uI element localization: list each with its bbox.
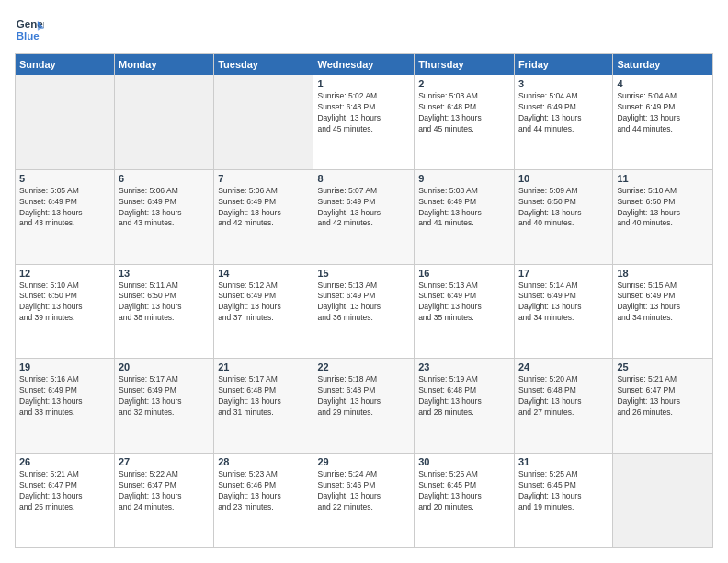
day-header-friday: Friday [514,54,612,75]
week-row-4: 19Sunrise: 5:16 AM Sunset: 6:49 PM Dayli… [16,359,713,454]
day-info: Sunrise: 5:02 AM Sunset: 6:48 PM Dayligh… [317,91,410,135]
day-number: 26 [19,456,110,467]
day-info: Sunrise: 5:10 AM Sunset: 6:50 PM Dayligh… [19,281,110,325]
day-info: Sunrise: 5:11 AM Sunset: 6:50 PM Dayligh… [119,281,210,325]
calendar-cell: 8Sunrise: 5:07 AM Sunset: 6:49 PM Daylig… [313,169,415,264]
calendar-cell: 15Sunrise: 5:13 AM Sunset: 6:49 PM Dayli… [313,264,415,359]
day-info: Sunrise: 5:25 AM Sunset: 6:45 PM Dayligh… [518,469,609,513]
day-header-thursday: Thursday [415,54,515,75]
day-number: 7 [218,173,309,184]
calendar-cell: 30Sunrise: 5:25 AM Sunset: 6:45 PM Dayli… [415,454,515,548]
week-row-3: 12Sunrise: 5:10 AM Sunset: 6:50 PM Dayli… [16,264,713,359]
day-number: 18 [617,268,709,279]
day-number: 22 [317,362,410,373]
calendar-cell: 22Sunrise: 5:18 AM Sunset: 6:48 PM Dayli… [313,359,415,454]
day-header-tuesday: Tuesday [214,54,313,75]
calendar-cell: 16Sunrise: 5:13 AM Sunset: 6:49 PM Dayli… [415,264,515,359]
calendar-cell [613,454,713,548]
day-number: 4 [617,78,709,89]
day-info: Sunrise: 5:04 AM Sunset: 6:49 PM Dayligh… [617,91,709,135]
week-row-2: 5Sunrise: 5:05 AM Sunset: 6:49 PM Daylig… [16,169,713,264]
day-number: 10 [518,173,609,184]
day-number: 17 [518,268,609,279]
day-number: 13 [119,268,210,279]
day-info: Sunrise: 5:07 AM Sunset: 6:49 PM Dayligh… [317,186,410,230]
day-info: Sunrise: 5:23 AM Sunset: 6:46 PM Dayligh… [218,469,309,513]
calendar-cell: 3Sunrise: 5:04 AM Sunset: 6:49 PM Daylig… [514,75,612,170]
calendar-cell: 28Sunrise: 5:23 AM Sunset: 6:46 PM Dayli… [214,454,313,548]
day-number: 19 [19,362,110,373]
day-info: Sunrise: 5:21 AM Sunset: 6:47 PM Dayligh… [617,374,709,419]
day-number: 30 [418,456,510,467]
calendar-cell: 4Sunrise: 5:04 AM Sunset: 6:49 PM Daylig… [613,75,713,170]
calendar-table: SundayMondayTuesdayWednesdayThursdayFrid… [15,53,713,548]
day-number: 15 [317,268,410,279]
calendar-cell: 5Sunrise: 5:05 AM Sunset: 6:49 PM Daylig… [16,169,115,264]
calendar-cell: 27Sunrise: 5:22 AM Sunset: 6:47 PM Dayli… [115,454,214,548]
day-number: 9 [418,173,510,184]
day-info: Sunrise: 5:20 AM Sunset: 6:48 PM Dayligh… [518,374,609,419]
day-info: Sunrise: 5:05 AM Sunset: 6:49 PM Dayligh… [19,186,110,230]
calendar-cell: 25Sunrise: 5:21 AM Sunset: 6:47 PM Dayli… [613,359,713,454]
day-number: 6 [119,173,210,184]
day-number: 12 [19,268,110,279]
day-number: 3 [518,78,609,89]
calendar-cell: 24Sunrise: 5:20 AM Sunset: 6:48 PM Dayli… [514,359,612,454]
day-info: Sunrise: 5:13 AM Sunset: 6:49 PM Dayligh… [317,281,410,325]
day-number: 16 [418,268,510,279]
calendar-cell: 18Sunrise: 5:15 AM Sunset: 6:49 PM Dayli… [613,264,713,359]
day-number: 25 [617,362,709,373]
calendar-cell: 21Sunrise: 5:17 AM Sunset: 6:48 PM Dayli… [214,359,313,454]
day-number: 14 [218,268,309,279]
calendar-cell: 9Sunrise: 5:08 AM Sunset: 6:49 PM Daylig… [415,169,515,264]
calendar-cell: 12Sunrise: 5:10 AM Sunset: 6:50 PM Dayli… [16,264,115,359]
day-info: Sunrise: 5:21 AM Sunset: 6:47 PM Dayligh… [19,469,110,513]
calendar-cell [16,75,115,170]
calendar-header-row: SundayMondayTuesdayWednesdayThursdayFrid… [16,54,713,75]
day-number: 5 [19,173,110,184]
logo-icon: General Blue [15,15,44,44]
day-info: Sunrise: 5:22 AM Sunset: 6:47 PM Dayligh… [119,469,210,513]
calendar-cell: 17Sunrise: 5:14 AM Sunset: 6:49 PM Dayli… [514,264,612,359]
calendar-cell: 29Sunrise: 5:24 AM Sunset: 6:46 PM Dayli… [313,454,415,548]
calendar-cell: 1Sunrise: 5:02 AM Sunset: 6:48 PM Daylig… [313,75,415,170]
calendar-cell: 2Sunrise: 5:03 AM Sunset: 6:48 PM Daylig… [415,75,515,170]
day-info: Sunrise: 5:16 AM Sunset: 6:49 PM Dayligh… [19,374,110,419]
day-number: 28 [218,456,309,467]
day-header-sunday: Sunday [16,54,115,75]
day-header-wednesday: Wednesday [313,54,415,75]
week-row-5: 26Sunrise: 5:21 AM Sunset: 6:47 PM Dayli… [16,454,713,548]
day-number: 2 [418,78,510,89]
day-info: Sunrise: 5:12 AM Sunset: 6:49 PM Dayligh… [218,281,309,325]
calendar-cell: 14Sunrise: 5:12 AM Sunset: 6:49 PM Dayli… [214,264,313,359]
day-info: Sunrise: 5:06 AM Sunset: 6:49 PM Dayligh… [218,186,309,230]
day-info: Sunrise: 5:08 AM Sunset: 6:49 PM Dayligh… [418,186,510,230]
calendar-cell: 10Sunrise: 5:09 AM Sunset: 6:50 PM Dayli… [514,169,612,264]
calendar-cell: 20Sunrise: 5:17 AM Sunset: 6:49 PM Dayli… [115,359,214,454]
calendar-cell: 26Sunrise: 5:21 AM Sunset: 6:47 PM Dayli… [16,454,115,548]
day-info: Sunrise: 5:09 AM Sunset: 6:50 PM Dayligh… [518,186,609,230]
day-number: 31 [518,456,609,467]
day-info: Sunrise: 5:17 AM Sunset: 6:49 PM Dayligh… [119,374,210,419]
header: General Blue [15,15,713,44]
day-info: Sunrise: 5:14 AM Sunset: 6:49 PM Dayligh… [518,281,609,325]
day-info: Sunrise: 5:19 AM Sunset: 6:48 PM Dayligh… [418,374,510,419]
calendar-cell: 31Sunrise: 5:25 AM Sunset: 6:45 PM Dayli… [514,454,612,548]
svg-text:Blue: Blue [17,30,40,41]
day-number: 27 [119,456,210,467]
day-number: 29 [317,456,410,467]
day-info: Sunrise: 5:17 AM Sunset: 6:48 PM Dayligh… [218,374,309,419]
calendar-cell [214,75,313,170]
day-info: Sunrise: 5:15 AM Sunset: 6:49 PM Dayligh… [617,281,709,325]
day-number: 8 [317,173,410,184]
day-number: 24 [518,362,609,373]
day-info: Sunrise: 5:24 AM Sunset: 6:46 PM Dayligh… [317,469,410,513]
calendar-cell: 23Sunrise: 5:19 AM Sunset: 6:48 PM Dayli… [415,359,515,454]
day-number: 1 [317,78,410,89]
calendar-cell: 6Sunrise: 5:06 AM Sunset: 6:49 PM Daylig… [115,169,214,264]
day-info: Sunrise: 5:04 AM Sunset: 6:49 PM Dayligh… [518,91,609,135]
day-info: Sunrise: 5:18 AM Sunset: 6:48 PM Dayligh… [317,374,410,419]
day-info: Sunrise: 5:25 AM Sunset: 6:45 PM Dayligh… [418,469,510,513]
day-info: Sunrise: 5:10 AM Sunset: 6:50 PM Dayligh… [617,186,709,230]
calendar-cell: 11Sunrise: 5:10 AM Sunset: 6:50 PM Dayli… [613,169,713,264]
